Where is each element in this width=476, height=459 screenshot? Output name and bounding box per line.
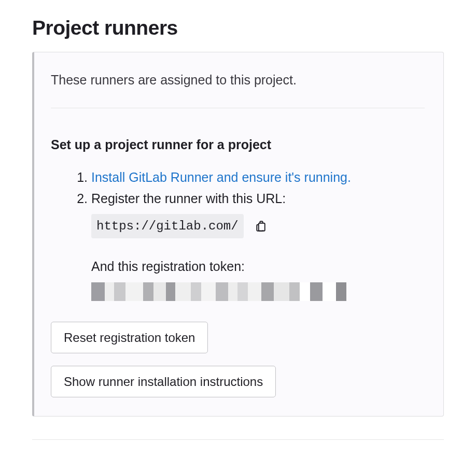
setup-step-2: Register the runner with this URL: https… — [91, 188, 425, 238]
token-label: And this registration token: — [91, 259, 425, 274]
clipboard-icon — [255, 220, 268, 232]
reset-token-button[interactable]: Reset registration token — [51, 322, 208, 353]
runners-panel: These runners are assigned to this proje… — [32, 52, 444, 417]
url-value: https://gitlab.com/ — [91, 214, 244, 239]
copy-url-button[interactable] — [253, 218, 270, 234]
setup-step-1: Install GitLab Runner and ensure it's ru… — [91, 167, 425, 188]
svg-rect-0 — [258, 223, 264, 231]
actions-group: Reset registration token Show runner ins… — [51, 322, 425, 397]
show-instructions-button[interactable]: Show runner installation instructions — [51, 366, 276, 397]
step2-text: Register the runner with this URL: — [91, 191, 286, 206]
intro-text: These runners are assigned to this proje… — [51, 71, 425, 89]
bottom-divider — [32, 439, 444, 440]
registration-token-redacted — [91, 282, 346, 301]
page-title: Project runners — [32, 17, 444, 39]
divider — [51, 108, 425, 108]
install-runner-link[interactable]: Install GitLab Runner and ensure it's ru… — [91, 170, 351, 184]
setup-steps: Install GitLab Runner and ensure it's ru… — [51, 167, 425, 238]
token-block: And this registration token: — [51, 259, 425, 301]
setup-heading: Set up a project runner for a project — [51, 137, 425, 152]
url-line: https://gitlab.com/ — [91, 214, 425, 239]
